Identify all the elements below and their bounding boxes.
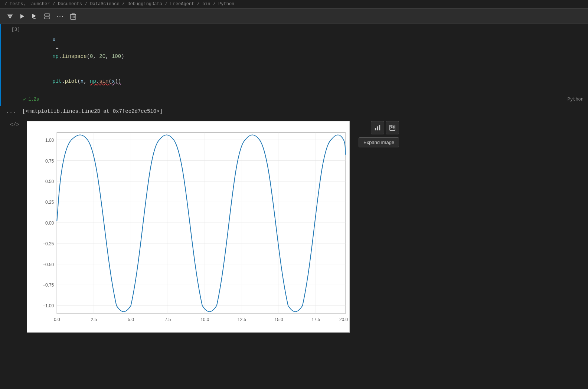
svg-text:15.0: 15.0: [275, 317, 284, 322]
svg-text:17.5: 17.5: [311, 317, 320, 322]
svg-text:−1.00: −1.00: [43, 303, 54, 308]
output-text-cell: ··· [<matplotlib.lines.Line2D at 0x7fee2…: [0, 106, 588, 119]
plot-output-cell: </> 1.00 0.75 0.50 0.25 0.00 −0.25 −0.50…: [0, 119, 588, 335]
sine-chart: 1.00 0.75 0.50 0.25 0.00 −0.25 −0.50 −0.…: [27, 121, 349, 332]
status-check-icon: ✓: [23, 96, 26, 102]
code-cell: [3] x = np.linspace(0, 20, 100) plt.plot…: [0, 24, 588, 106]
svg-rect-58: [391, 125, 392, 127]
svg-text:2.5: 2.5: [91, 317, 97, 322]
svg-rect-15: [27, 121, 349, 332]
plot-image: 1.00 0.75 0.50 0.25 0.00 −0.25 −0.50 −0.…: [27, 121, 350, 333]
cell-status-bar: ✓ 1.2s Python: [23, 95, 588, 104]
svg-text:−0.25: −0.25: [43, 241, 54, 246]
svg-rect-53: [375, 128, 376, 130]
svg-text:1.00: 1.00: [45, 138, 54, 143]
code-editor[interactable]: x = np.linspace(0, 20, 100) plt.plot(x, …: [23, 26, 588, 95]
cell-code-content[interactable]: x = np.linspace(0, 20, 100) plt.plot(x, …: [23, 24, 588, 106]
code-line-1: x = np.linspace(0, 20, 100): [23, 27, 588, 69]
svg-marker-3: [20, 14, 24, 19]
svg-rect-14: [72, 13, 74, 14]
svg-rect-8: [45, 17, 50, 19]
cell-toolbar: ···: [0, 9, 588, 24]
code-line-2: plt.plot(x, np.sin(x)): [23, 69, 588, 94]
svg-rect-54: [377, 127, 378, 131]
svg-text:0.50: 0.50: [45, 179, 54, 184]
svg-text:7.5: 7.5: [165, 317, 171, 322]
svg-rect-7: [45, 14, 50, 16]
run-above-button[interactable]: [4, 12, 16, 21]
split-cell-button[interactable]: [42, 12, 53, 21]
output-text: [<matplotlib.lines.Line2D at 0x7fee2d7cc…: [22, 108, 163, 114]
svg-text:0.25: 0.25: [45, 200, 54, 205]
breadcrumb: / tests, launcher / Documents / DataScie…: [0, 0, 588, 9]
svg-rect-0: [7, 14, 13, 14]
code-icon-gutter: </>: [0, 119, 22, 131]
svg-text:0.00: 0.00: [45, 220, 54, 226]
cell-language: Python: [568, 97, 584, 102]
svg-marker-4: [32, 14, 36, 18]
delete-cell-button[interactable]: [68, 12, 78, 21]
close-tag-icon: </>: [10, 122, 19, 128]
cell-execution-number: [3]: [1, 24, 23, 35]
svg-text:0.0: 0.0: [54, 317, 60, 322]
svg-text:5.0: 5.0: [128, 317, 134, 322]
expand-image-button[interactable]: Expand image: [359, 137, 399, 147]
svg-rect-55: [379, 125, 380, 130]
svg-text:−0.75: −0.75: [43, 283, 54, 288]
cell-gutter: [3]: [1, 24, 23, 35]
svg-text:10.0: 10.0: [200, 317, 209, 322]
run-below-button[interactable]: [29, 12, 40, 21]
plot-gutter: </>: [0, 119, 22, 131]
chart-view-button[interactable]: [371, 121, 384, 134]
save-image-button[interactable]: [386, 121, 399, 134]
execution-time: 1.2s: [28, 97, 39, 102]
svg-text:−0.50: −0.50: [43, 262, 54, 267]
svg-text:0.75: 0.75: [45, 158, 54, 164]
output-text-content: [<matplotlib.lines.Line2D at 0x7fee2d7cc…: [22, 106, 588, 117]
output-gutter-dots: ···: [0, 106, 22, 119]
plot-actions-panel: Expand image: [359, 121, 399, 147]
output-dots-marker[interactable]: ···: [0, 106, 22, 119]
plot-action-buttons-row: [371, 121, 399, 134]
svg-text:12.5: 12.5: [238, 317, 246, 322]
more-options-button[interactable]: ···: [54, 11, 66, 21]
svg-text:20.0: 20.0: [339, 317, 348, 322]
run-cell-button[interactable]: [17, 12, 27, 20]
